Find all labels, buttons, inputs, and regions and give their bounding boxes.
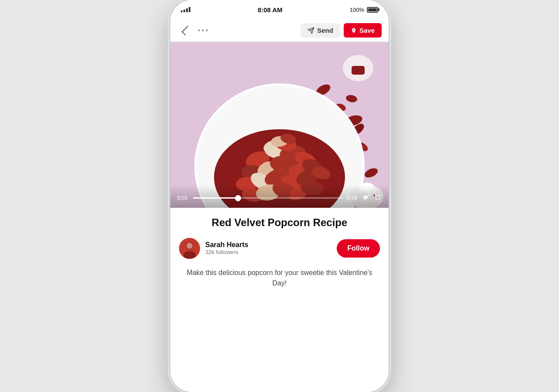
battery-percent: 100% (350, 7, 364, 13)
progress-fill (193, 197, 238, 199)
video-time-total: 0:29 (347, 195, 359, 201)
svg-rect-2 (352, 66, 365, 75)
status-bar: 8:08 AM 100% (170, 0, 389, 19)
status-right: 100% (350, 7, 378, 13)
signal-icon (181, 7, 190, 12)
author-avatar[interactable] (179, 238, 200, 259)
battery-icon (367, 7, 378, 13)
send-icon (307, 27, 314, 34)
send-label: Send (317, 27, 333, 34)
svg-point-48 (186, 243, 193, 249)
chevron-back-icon (182, 25, 192, 35)
send-button[interactable]: Send (300, 23, 340, 38)
back-button[interactable] (177, 23, 193, 38)
phone-frame: 8:08 AM 100% Send (170, 0, 389, 392)
save-button[interactable]: Save (344, 23, 382, 38)
more-icon (198, 29, 208, 31)
author-followers: 32k followers (205, 249, 331, 255)
content-section: Red Velvet Popcorn Recipe Sarah Hearts 3… (170, 208, 389, 392)
pin-icon (351, 27, 357, 34)
progress-thumb (235, 195, 241, 201)
pin-image-container: 0:05 0:29 (170, 42, 389, 208)
more-options-button[interactable] (193, 23, 212, 38)
food-image (170, 42, 389, 208)
fullscreen-icon[interactable] (374, 193, 382, 203)
video-time-current: 0:05 (177, 195, 190, 201)
volume-icon[interactable] (362, 193, 370, 203)
video-progress-bar[interactable] (193, 197, 343, 199)
follow-button[interactable]: Follow (337, 239, 380, 258)
pin-description: Make this delicious popcorn for your swe… (179, 268, 380, 289)
status-time: 8:08 AM (258, 6, 283, 14)
pin-title: Red Velvet Popcorn Recipe (179, 217, 380, 229)
nav-bar: Send Save (170, 19, 389, 42)
author-name: Sarah Hearts (205, 241, 331, 249)
save-label: Save (359, 27, 375, 34)
author-row: Sarah Hearts 32k followers Follow (179, 238, 380, 259)
video-controls: 0:05 0:29 (170, 185, 389, 208)
nav-actions: Send Save (300, 23, 382, 38)
author-info: Sarah Hearts 32k followers (205, 241, 331, 255)
